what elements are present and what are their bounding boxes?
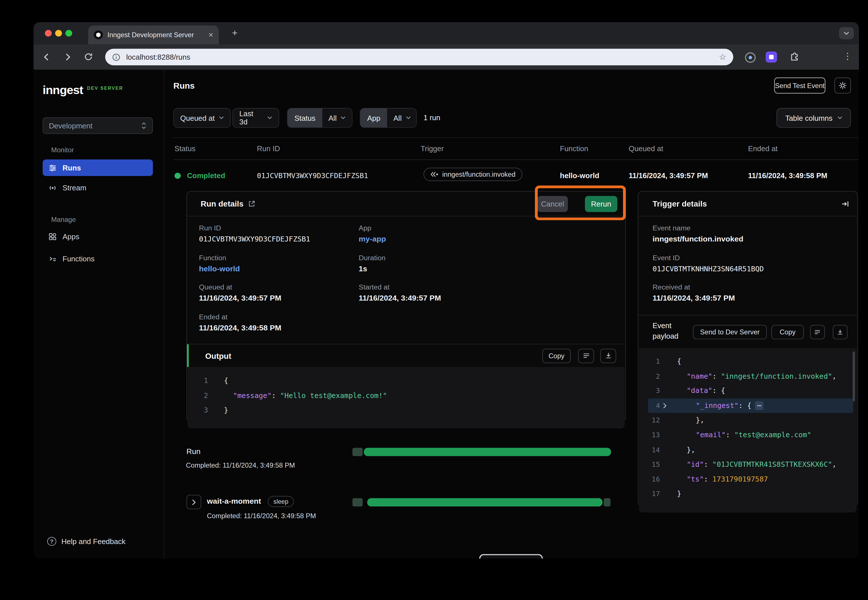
reload-button[interactable]	[83, 52, 93, 61]
sidebar-item-stream[interactable]: Stream	[42, 179, 153, 196]
chevron-down-icon	[405, 116, 411, 120]
event-payload-title: Event payload	[653, 320, 686, 341]
app-value[interactable]: All	[387, 109, 417, 127]
result-count: 1 run	[423, 114, 440, 121]
tab-close-icon[interactable]: ×	[209, 31, 213, 39]
step-bar	[367, 498, 602, 506]
logo-wordmark: inngest	[42, 84, 83, 96]
step-expand-button[interactable]	[187, 495, 201, 509]
table-border	[173, 159, 858, 160]
timeline-bar-stub	[352, 448, 363, 456]
function-link[interactable]: hello-world	[199, 265, 240, 273]
sidebar-divider	[164, 70, 164, 558]
rerun-button[interactable]: Rerun	[585, 196, 617, 212]
code-line-collapsed[interactable]: 4 "_inngest": {⋯	[648, 398, 853, 413]
url-text: localhost:8288/runs	[126, 53, 719, 61]
send-to-dev-server-button[interactable]: Send to Dev Server	[693, 325, 767, 339]
sidebar-item-label: Apps	[62, 232, 79, 240]
payload-scroll-bottom-icon[interactable]	[833, 325, 848, 339]
timeline-run-bar	[364, 448, 611, 456]
payload-scrollbar[interactable]	[853, 352, 855, 401]
browser-tab-strip: Inngest Development Server × +	[33, 22, 859, 44]
toolbar-hub-icon[interactable]	[744, 52, 757, 64]
status-badge: Completed	[187, 171, 225, 180]
field-event-name: Event name inngest/function.invoked	[653, 224, 744, 243]
tab-search-button[interactable]	[839, 27, 854, 39]
address-bar[interactable]: localhost:8288/runs ☆	[105, 48, 733, 65]
code-line: 13 "email": "test@example.com"	[639, 428, 857, 442]
collapse-chevron-icon[interactable]	[660, 398, 669, 413]
external-link-icon[interactable]	[248, 200, 256, 208]
payload-copy-button[interactable]: Copy	[771, 325, 804, 339]
event-icon	[430, 171, 438, 177]
tab-favicon-inngest	[94, 30, 103, 39]
output-copy-button[interactable]: Copy	[542, 348, 571, 363]
code-line: 16 "ts": 1731790197587	[639, 472, 857, 486]
sidebar-item-runs[interactable]: Runs	[42, 159, 153, 176]
field-duration: Duration 1s	[359, 254, 386, 273]
dev-server-badge: DEV SERVER	[87, 86, 123, 91]
cutoff-element	[479, 554, 543, 559]
line-number: 2	[188, 388, 208, 403]
line-number: 1	[188, 374, 208, 388]
toolbar-extension-purple-icon[interactable]	[766, 52, 777, 62]
field-started-at: Started at 11/16/2024, 3:49:57 PM	[359, 283, 441, 302]
scroll-to-bottom-icon[interactable]	[600, 348, 616, 363]
payload-word-wrap-icon[interactable]	[810, 325, 825, 339]
new-tab-button[interactable]: +	[228, 27, 241, 40]
browser-tab[interactable]: Inngest Development Server ×	[88, 26, 219, 44]
gear-icon	[838, 81, 847, 89]
browser-menu-icon[interactable]: ⋮	[843, 51, 852, 61]
chevron-down-icon	[341, 116, 346, 120]
window-minimize-button[interactable]	[55, 30, 62, 36]
runs-icon	[48, 164, 57, 172]
filter-status[interactable]: Status All	[287, 108, 352, 128]
bookmark-star-icon[interactable]: ☆	[719, 52, 727, 62]
column-header-ended: Ended at	[748, 145, 778, 153]
column-header-queued: Queued at	[629, 145, 663, 153]
trigger-pill[interactable]: inngest/function.invoked	[423, 168, 522, 181]
table-columns-button[interactable]: Table columns	[777, 108, 851, 128]
forward-button[interactable]	[62, 52, 73, 62]
event-payload-code: 1 { 2 "name": "inngest/function.invoked"…	[639, 348, 857, 513]
filter-app[interactable]: App All	[360, 108, 417, 128]
filter-time-range[interactable]: Last 3d	[232, 108, 279, 128]
column-header-status: Status	[175, 145, 196, 153]
cancel-button[interactable]: Cancel	[537, 196, 568, 212]
settings-gear-button[interactable]	[835, 77, 851, 94]
code-line: 2 "name": "inngest/function.invoked",	[639, 369, 857, 384]
sidebar-item-apps[interactable]: Apps	[42, 228, 153, 245]
help-label: Help and Feedback	[61, 537, 126, 545]
filter-label: Queued at	[180, 114, 215, 122]
collapsed-ellipsis[interactable]: ⋯	[755, 401, 764, 410]
line-number: 14	[639, 442, 660, 458]
back-button[interactable]	[41, 52, 52, 62]
status-value[interactable]: All	[322, 109, 352, 127]
app-link[interactable]: my-app	[359, 235, 386, 243]
extensions-puzzle-icon[interactable]	[788, 52, 800, 62]
window-close-button[interactable]	[45, 30, 52, 36]
tab-title: Inngest Development Server	[108, 31, 209, 39]
line-number: 16	[639, 472, 660, 486]
window-zoom-button[interactable]	[65, 30, 72, 36]
column-header-trigger: Trigger	[420, 145, 444, 153]
collapse-panel-icon[interactable]	[841, 199, 849, 208]
filter-queued-at[interactable]: Queued at	[173, 108, 231, 128]
word-wrap-icon[interactable]	[578, 348, 594, 363]
code-line: 14 },	[639, 442, 857, 458]
trigger-details-panel: Trigger details Event name inngest/funct…	[638, 191, 858, 506]
output-line: 1 {	[188, 374, 625, 388]
chevron-down-icon	[837, 116, 842, 120]
help-and-feedback[interactable]: ? Help and Feedback	[47, 537, 126, 546]
line-number: 15	[639, 458, 660, 472]
send-test-event-button[interactable]: Send Test Event	[774, 77, 826, 94]
step-name: wait-a-moment	[207, 497, 261, 505]
line-number: 17	[639, 486, 660, 502]
status-dot	[175, 173, 181, 179]
line-number: 12	[639, 413, 660, 428]
queued-at-cell: 11/16/2024, 3:49:57 PM	[629, 171, 708, 180]
line-number: 3	[639, 384, 660, 398]
environment-selector[interactable]: Development	[42, 117, 153, 134]
site-info-icon[interactable]	[112, 53, 120, 61]
sidebar-item-functions[interactable]: Functions	[42, 250, 153, 267]
